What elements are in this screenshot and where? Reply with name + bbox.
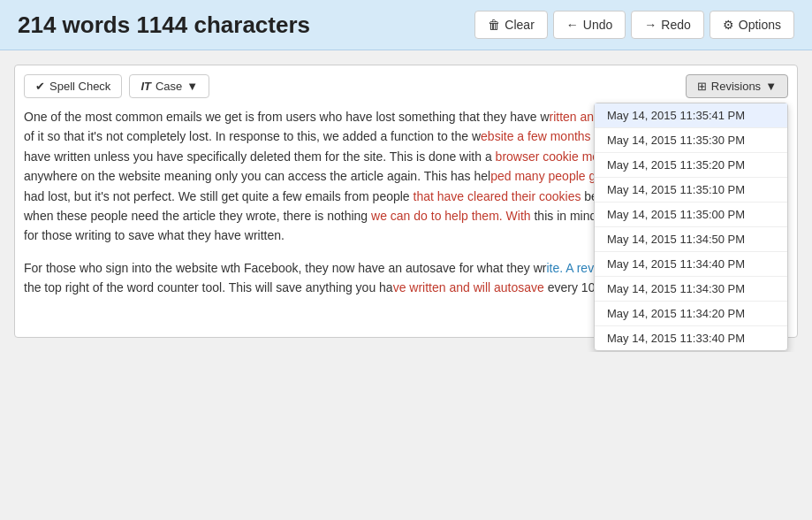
case-icon: IT — [140, 80, 151, 93]
header-buttons: 🗑 Clear ← Undo → Redo ⚙ Options — [474, 11, 794, 39]
revision-item[interactable]: May 14, 2015 11:35:10 PM — [595, 178, 787, 203]
word-count: 214 words 1144 characters — [18, 11, 310, 39]
clear-icon: 🗑 — [488, 18, 500, 32]
revisions-label: Revisions — [711, 80, 761, 93]
revision-item[interactable]: May 14, 2015 11:34:30 PM — [595, 277, 787, 302]
revision-item[interactable]: May 14, 2015 11:34:40 PM — [595, 252, 787, 277]
spell-check-label: Spell Check — [49, 80, 110, 93]
redo-label: Redo — [661, 18, 690, 32]
revision-item[interactable]: May 14, 2015 11:34:20 PM — [595, 302, 787, 326]
toolbar: ✔ Spell Check IT Case ▼ ⊞ Revisions ▼ — [24, 74, 788, 98]
revisions-icon: ⊞ — [697, 80, 707, 93]
revision-item[interactable]: May 14, 2015 11:34:50 PM — [595, 227, 787, 252]
chevron-down-icon: ▼ — [186, 80, 198, 93]
clear-label: Clear — [505, 18, 534, 32]
main-area: ✔ Spell Check IT Case ▼ ⊞ Revisions ▼ On… — [0, 50, 812, 352]
options-label: Options — [739, 18, 781, 32]
checkmark-icon: ✔ — [35, 80, 45, 93]
redo-icon: → — [644, 18, 656, 32]
options-button[interactable]: ⚙ Options — [710, 11, 794, 39]
revision-item[interactable]: May 14, 2015 11:35:20 PM — [595, 153, 787, 178]
header-bar: 214 words 1144 characters 🗑 Clear ← Undo… — [0, 0, 812, 50]
options-icon: ⚙ — [723, 18, 734, 32]
revision-item[interactable]: May 14, 2015 11:35:41 PM — [595, 103, 787, 128]
case-label: Case — [156, 80, 182, 93]
revisions-button[interactable]: ⊞ Revisions ▼ — [686, 74, 788, 98]
revision-item[interactable]: May 14, 2015 11:35:30 PM — [595, 128, 787, 153]
revisions-chevron-icon: ▼ — [765, 80, 777, 93]
toolbar-left: ✔ Spell Check IT Case ▼ — [24, 74, 209, 98]
undo-button[interactable]: ← Undo — [553, 11, 626, 39]
revision-item[interactable]: May 14, 2015 11:35:00 PM — [595, 203, 787, 227]
revision-item[interactable]: May 14, 2015 11:33:40 PM — [595, 326, 787, 350]
case-button[interactable]: IT Case ▼ — [129, 74, 209, 98]
spell-check-button[interactable]: ✔ Spell Check — [24, 74, 122, 98]
revisions-dropdown: May 14, 2015 11:35:41 PMMay 14, 2015 11:… — [594, 103, 788, 351]
undo-icon: ← — [566, 18, 579, 32]
clear-button[interactable]: 🗑 Clear — [474, 11, 547, 39]
redo-button[interactable]: → Redo — [631, 11, 703, 39]
undo-label: Undo — [583, 18, 612, 32]
editor-container: ✔ Spell Check IT Case ▼ ⊞ Revisions ▼ On… — [14, 65, 798, 338]
